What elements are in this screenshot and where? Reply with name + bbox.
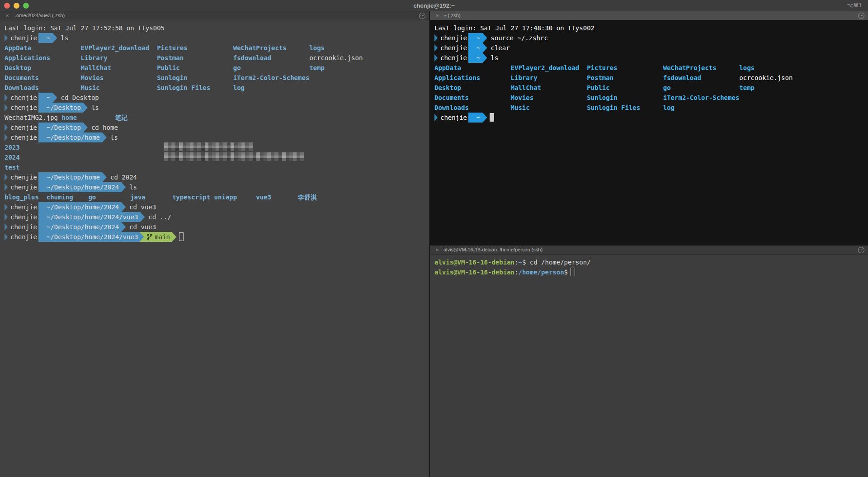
terminal-line: 2024: [5, 152, 429, 162]
pane-menu-icon[interactable]: ⋯: [858, 247, 864, 253]
terminal-right-bottom[interactable]: alvis@VM-16-16-debian:~$ cd /home/person…: [430, 255, 868, 477]
pane-right-top-title: ~ (-zsh): [443, 11, 461, 20]
dir-entry: test: [5, 164, 20, 171]
dir-entry: Desktop: [434, 84, 511, 91]
dir-entry: 2024: [5, 154, 20, 161]
prompt-arrow-icon: [5, 223, 8, 231]
username-label: chenjie: [9, 203, 38, 211]
dir-entry: Desktop: [5, 64, 81, 71]
prompt-arrow-icon: [434, 54, 438, 61]
dir-entry: Downloads: [5, 84, 81, 91]
command-text: cd ../: [148, 213, 171, 221]
dir-entry: WeChatProjects: [663, 64, 740, 71]
terminal-line: Desktop MallChat Public go temp: [5, 63, 429, 73]
terminal-text: cd /home/person/: [530, 259, 591, 266]
dir-entry: chuming: [47, 194, 89, 201]
dir-entry: AppData: [5, 44, 81, 52]
username-label: chenjie: [439, 44, 468, 52]
dir-entry: go: [233, 64, 310, 71]
prompt-path-segment: ~: [468, 33, 487, 43]
prompt-path-segment: ~/Desktop/home: [38, 172, 107, 182]
dir-entry: log: [233, 84, 245, 91]
prompt-arrow-icon: [434, 44, 438, 52]
file-entry: ocrcookie.json: [739, 74, 793, 81]
dir-entry: EVPlayer2_download: [81, 44, 157, 52]
terminal-text: $: [564, 269, 568, 276]
redacted-mosaic: [164, 152, 304, 161]
prompt-path-segment: ~/Desktop/home/2024: [38, 182, 126, 192]
username-label: chenjie: [9, 184, 38, 191]
terminal-line: Documents Movies Sunlogin iTerm2-Color-S…: [434, 93, 868, 103]
dir-entry: Pictures: [587, 64, 663, 71]
file-entry: WechatIMG2.jpg: [5, 114, 61, 121]
redacted-mosaic: [164, 142, 253, 151]
pane-right-top-header: × ~ (-zsh) ⋯: [430, 11, 868, 20]
dir-entry: Sunlogin Files: [157, 84, 233, 91]
prompt-arrow-icon: [5, 124, 8, 131]
pane-left-title: ..ome/2024/vue3 (-zsh): [14, 11, 65, 20]
command-text: cd vue3: [129, 203, 156, 211]
dir-entry: Downloads: [434, 104, 511, 111]
prompt-path-segment: ~: [468, 113, 487, 123]
dir-entry: Applications: [434, 74, 511, 81]
terminal-line: chenjie~clear: [434, 43, 868, 53]
terminal-line: chenjie~/Desktopcd home: [5, 123, 429, 132]
dir-entry: Applications: [5, 54, 81, 61]
terminal-right-top[interactable]: Last login: Sat Jul 27 17:48:30 on ttys0…: [430, 20, 868, 246]
terminal-line: Downloads Music Sunlogin Files log: [5, 83, 429, 93]
pane-right-bottom: × alvis@VM-16-16-debian: /home/person (s…: [430, 246, 868, 477]
username-label: chenjie: [9, 34, 38, 42]
close-icon[interactable]: ×: [434, 246, 440, 254]
command-text: cd vue3: [129, 223, 156, 231]
pane-menu-icon[interactable]: ⋯: [419, 13, 425, 19]
dir-entry: Sunlogin Files: [587, 104, 663, 111]
pane-menu-icon[interactable]: ⋯: [858, 13, 864, 19]
terminal-left[interactable]: Last login: Sat Jul 27 17:52:58 on ttys0…: [0, 20, 429, 477]
terminal-cursor: [179, 232, 184, 241]
dir-entry: home: [61, 114, 115, 121]
window-shortcut-badge: ⌥⌘1: [847, 0, 862, 11]
close-icon[interactable]: ×: [434, 11, 440, 20]
username-label: chenjie: [9, 223, 38, 231]
dir-entry: log: [663, 104, 675, 111]
prompt-path-segment: ~/Desktop/home/2024: [38, 222, 126, 232]
dir-entry: fsdownload: [233, 54, 310, 61]
dir-entry: Pictures: [157, 44, 233, 52]
terminal-text: Last login: Sat Jul 27 17:52:58 on ttys0…: [5, 24, 165, 32]
window-titlebar: chenjie@192:~ ⌥⌘1: [0, 0, 868, 11]
prompt-path-segment: ~/Desktop: [38, 103, 88, 113]
terminal-line: Last login: Sat Jul 27 17:48:30 on ttys0…: [434, 23, 868, 33]
terminal-text: ~: [518, 259, 522, 266]
dir-entry: temp: [309, 64, 325, 71]
pane-left: × ..ome/2024/vue3 (-zsh) ⋯ Last login: S…: [0, 11, 429, 477]
dir-entry: typescript: [172, 194, 214, 201]
terminal-cursor: [490, 113, 494, 122]
dir-entry: AppData: [434, 64, 511, 71]
terminal-line: Applications Library Postman fsdownload …: [434, 73, 868, 83]
terminal-line: chenjie~cd Desktop: [5, 93, 429, 103]
dir-entry: iTerm2-Color-Schemes: [663, 94, 740, 101]
terminal-line: chenjie~: [434, 113, 868, 123]
prompt-path-segment: ~/Desktop: [38, 123, 88, 132]
username-label: chenjie: [9, 134, 38, 141]
terminal-cursor: [571, 268, 575, 276]
dir-entry: go: [663, 84, 740, 91]
prompt-arrow-icon: [434, 114, 438, 121]
prompt-path-segment: ~: [38, 33, 57, 43]
terminal-line: chenjie~/Desktop/home/2024cd vue3: [5, 202, 429, 212]
pane-right-top: × ~ (-zsh) ⋯ Last login: Sat Jul 27 17:4…: [430, 11, 868, 246]
dir-entry: Public: [587, 84, 663, 91]
dir-entry: Documents: [434, 94, 511, 101]
terminal-line: chenjie~/Desktop/home/2024ls: [5, 182, 429, 192]
terminal-line: Downloads Music Sunlogin Files log: [434, 103, 868, 113]
terminal-line: chenjie~source ~/.zshrc: [434, 33, 868, 43]
terminal-line: chenjie~/Desktop/home/2024/vue3main: [5, 232, 429, 242]
prompt-arrow-icon: [5, 34, 8, 42]
git-branch-segment: main: [139, 232, 176, 242]
prompt-arrow-icon: [434, 34, 438, 42]
username-label: chenjie: [439, 54, 468, 61]
close-icon[interactable]: ×: [4, 11, 10, 20]
prompt-arrow-icon: [5, 104, 8, 111]
dir-entry: logs: [309, 44, 325, 52]
dir-entry: Library: [511, 74, 587, 81]
